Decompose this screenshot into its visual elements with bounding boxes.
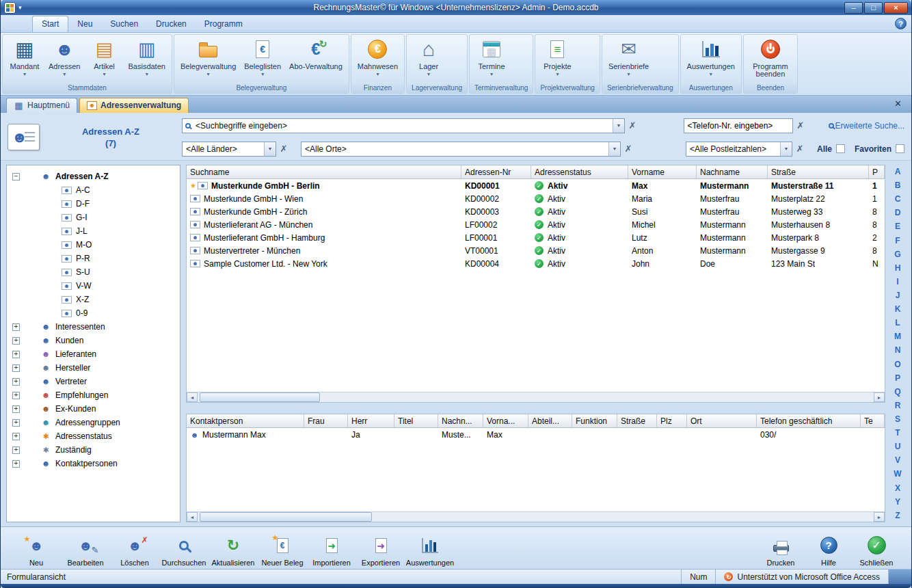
alphabet-letter[interactable]: G <box>894 250 900 258</box>
alphabet-letter[interactable]: F <box>895 237 900 245</box>
ribbon-button[interactable]: Mahnwesen ▾ <box>353 36 402 78</box>
tree-twisty[interactable]: + <box>12 337 20 345</box>
tree-item[interactable]: J-L <box>7 224 180 238</box>
tree-item[interactable]: P-R <box>7 252 180 265</box>
alphabet-letter[interactable]: U <box>895 442 901 451</box>
ribbon-button[interactable]: Lager ▾ <box>409 36 448 78</box>
column-header[interactable]: Nachn... <box>438 414 483 427</box>
favorites-checkbox[interactable] <box>896 144 904 153</box>
qat-dropdown-icon[interactable]: ▾ <box>18 4 22 11</box>
alphabet-letter[interactable]: P <box>895 374 900 382</box>
table-row[interactable]: Musterlieferant GmbH - Hamburg LF00001 ✓… <box>187 231 885 244</box>
table-row[interactable]: Musterkunde GmbH - Zürich KD00003 ✓ Akti… <box>187 205 885 218</box>
alphabet-letter[interactable]: T <box>895 429 900 437</box>
tree-item[interactable]: + Ex-Kunden <box>7 402 180 416</box>
tree-twisty[interactable]: − <box>12 173 20 181</box>
all-checkbox[interactable] <box>836 144 845 153</box>
toolbar-button[interactable]: Neuer Beleg <box>258 530 307 567</box>
scrollbar-track[interactable] <box>198 512 874 522</box>
tree-item[interactable]: X-Z <box>7 293 180 306</box>
chevron-down-icon[interactable]: ▼ <box>613 119 624 133</box>
ribbon-tab[interactable]: Drucken <box>147 16 196 32</box>
alphabet-letter[interactable]: W <box>894 470 901 478</box>
table-row[interactable]: Musterkunde GmbH - Wien KD00002 ✓ Aktiv … <box>187 192 885 205</box>
column-header[interactable]: Adressenstatus <box>531 165 628 178</box>
tree-twisty[interactable]: + <box>12 351 20 358</box>
ribbon-button[interactable]: Belegverwaltung ▾ <box>176 36 240 78</box>
ribbon-button[interactable]: Programm beenden <box>746 36 795 79</box>
table-row[interactable]: Sample Customer Ltd. - New York KD00004 … <box>187 257 885 270</box>
tree-item[interactable]: + Vertreter <box>7 375 180 388</box>
toolbar-button[interactable]: Schließen <box>853 530 900 567</box>
scrollbar-thumb[interactable] <box>200 392 320 402</box>
ribbon-button[interactable]: Beleglisten ▾ <box>240 36 285 78</box>
alphabet-letter[interactable]: H <box>895 264 901 272</box>
tree-twisty[interactable]: + <box>12 433 20 440</box>
ribbon-button[interactable]: Abo-Verwaltung <box>285 36 347 71</box>
keyword-search-combo[interactable]: <Suchbegriffe eingeben> ▼ <box>182 118 625 133</box>
alphabet-letter[interactable]: Y <box>895 498 900 506</box>
column-header[interactable]: Vorname <box>628 165 697 178</box>
alphabet-letter[interactable]: N <box>895 346 901 354</box>
tree-item[interactable]: + Kunden <box>7 334 180 347</box>
alphabet-letter[interactable]: M <box>894 332 901 340</box>
tree-twisty[interactable]: + <box>12 323 20 331</box>
alphabet-letter[interactable]: B <box>895 181 901 189</box>
table-row[interactable]: Musterlieferant AG - München LF00002 ✓ A… <box>187 218 885 231</box>
toolbar-button[interactable]: Bearbeiten <box>61 530 110 567</box>
table-row[interactable]: Mustermann Max Ja Muste... Max 030/ <box>187 428 885 441</box>
toolbar-button[interactable]: Aktualisieren <box>209 530 258 567</box>
clear-city-icon[interactable]: ✗ <box>621 142 636 156</box>
tree-item[interactable]: M-O <box>7 238 180 252</box>
ribbon-button[interactable]: Projekte ▾ <box>537 36 577 78</box>
maximize-button[interactable]: □ <box>864 2 883 14</box>
tree-twisty[interactable]: + <box>12 392 20 399</box>
tree-twisty[interactable]: + <box>12 419 20 427</box>
alphabet-letter[interactable]: J <box>896 291 900 299</box>
scrollbar-track[interactable] <box>198 392 874 402</box>
toolbar-button[interactable]: Löschen <box>110 530 159 567</box>
tree-twisty[interactable]: + <box>12 460 20 468</box>
table-row[interactable]: Mustervertreter - München VT00001 ✓ Akti… <box>187 244 885 257</box>
tree-item[interactable]: S-U <box>7 265 180 279</box>
ribbon-button[interactable]: Termine ▾ <box>472 36 511 78</box>
tree-twisty[interactable]: + <box>12 378 20 386</box>
column-header[interactable]: P <box>869 165 885 178</box>
scroll-left-icon[interactable]: ◄ <box>187 512 198 522</box>
toolbar-button[interactable]: Neu <box>12 530 61 567</box>
tree-item[interactable]: + Adressenstatus <box>7 429 180 443</box>
toolbar-button[interactable]: Auswertungen <box>405 530 455 567</box>
alphabet-letter[interactable]: D <box>895 209 901 217</box>
alphabet-letter[interactable]: L <box>895 319 900 327</box>
column-header[interactable]: Kontaktperson <box>187 414 304 427</box>
chevron-down-icon[interactable]: ▼ <box>780 142 792 156</box>
ribbon-tab[interactable]: Neu <box>68 16 101 32</box>
close-button[interactable]: × <box>884 2 908 14</box>
tree-item[interactable]: G-I <box>7 211 180 224</box>
column-header[interactable]: Adressen-Nr <box>461 165 531 178</box>
tree-item[interactable]: + Empfehlungen <box>7 388 180 402</box>
column-header[interactable]: Suchname <box>187 165 461 178</box>
toolbar-button[interactable]: Drucken <box>757 530 805 567</box>
tree-item[interactable]: + Kontaktpersonen <box>7 457 180 470</box>
horizontal-scrollbar[interactable]: ◄ ► <box>187 392 885 402</box>
column-header[interactable]: Plz <box>657 414 687 427</box>
tree-item[interactable]: V-W <box>7 279 180 293</box>
tab-adressenverwaltung[interactable]: Adressenverwaltung <box>79 98 189 113</box>
ribbon-button[interactable]: Serienbriefe ▾ <box>604 36 653 78</box>
alphabet-letter[interactable]: S <box>895 415 900 423</box>
clear-keyword-icon[interactable]: ✗ <box>625 119 640 133</box>
tree-item[interactable]: A-C <box>7 183 180 197</box>
alphabet-letter[interactable]: Z <box>895 511 900 520</box>
chevron-down-icon[interactable]: ▼ <box>264 142 276 156</box>
toolbar-button[interactable]: Importieren <box>307 530 356 567</box>
alphabet-letter[interactable]: R <box>895 401 901 410</box>
ribbon-tab[interactable]: Start <box>32 16 68 32</box>
tree-item[interactable]: + Lieferanten <box>7 347 180 361</box>
advanced-search-link[interactable]: Erweiterte Suche... <box>826 121 904 131</box>
ribbon-button[interactable]: Auswertungen ▾ <box>683 36 739 78</box>
toolbar-button[interactable]: Durchsuchen <box>159 530 209 567</box>
ribbon-button[interactable]: Mandant ▾ <box>5 36 44 78</box>
column-header[interactable]: Titel <box>394 414 438 427</box>
ribbon-tab[interactable]: Suchen <box>101 16 147 32</box>
